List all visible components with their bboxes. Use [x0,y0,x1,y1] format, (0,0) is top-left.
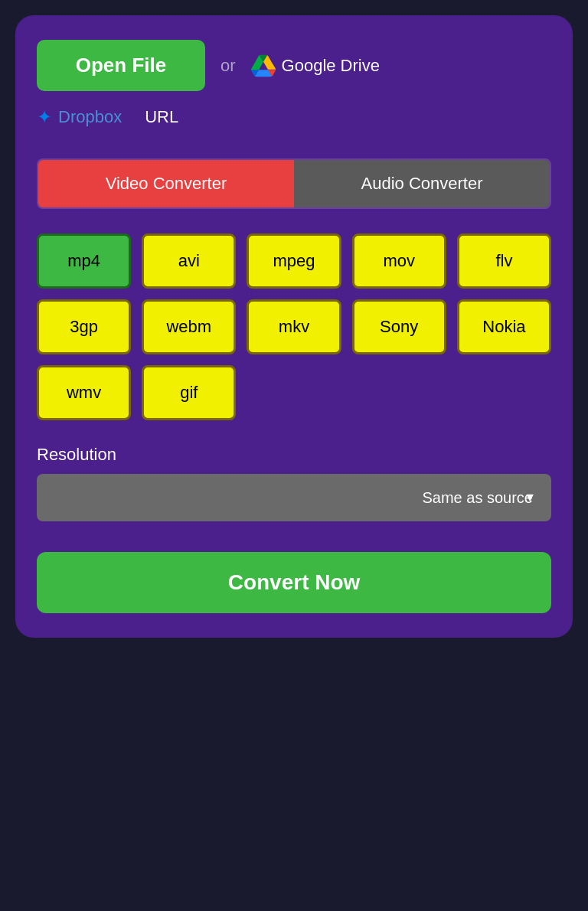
resolution-wrapper: Same as source1080p720p480p360p240p [37,474,551,521]
google-drive-label: Google Drive [282,56,380,76]
format-btn-3gp[interactable]: 3gp [37,299,131,354]
tabs-container: Video Converter Audio Converter [37,158,551,209]
url-link[interactable]: URL [145,107,178,127]
format-btn-sony[interactable]: Sony [352,299,446,354]
google-drive-icon [251,54,276,78]
format-btn-gif[interactable]: gif [142,365,236,420]
or-text: or [220,56,236,76]
tab-video[interactable]: Video Converter [38,160,294,207]
format-btn-mov[interactable]: mov [352,233,446,289]
header-row: Open File or Google Drive [37,40,551,91]
tab-audio[interactable]: Audio Converter [294,160,550,207]
convert-button[interactable]: Convert Now [37,552,551,613]
format-btn-flv[interactable]: flv [457,233,551,289]
url-label: URL [145,107,178,126]
second-row: ✦ Dropbox URL [37,106,551,128]
resolution-section: Resolution Same as source1080p720p480p36… [37,445,551,521]
format-btn-mpeg[interactable]: mpeg [247,233,341,289]
format-btn-nokia[interactable]: Nokia [457,299,551,354]
google-drive-link[interactable]: Google Drive [251,54,380,78]
open-file-button[interactable]: Open File [37,40,205,91]
dropbox-icon: ✦ [37,106,52,128]
resolution-select[interactable]: Same as source1080p720p480p360p240p [37,474,551,521]
format-grid: mp4avimpegmovflv3gpwebmmkvSonyNokiawmvgi… [37,233,551,420]
dropbox-link[interactable]: ✦ Dropbox [37,106,122,128]
format-btn-mkv[interactable]: mkv [247,299,341,354]
format-btn-avi[interactable]: avi [142,233,236,289]
format-btn-wmv[interactable]: wmv [37,365,131,420]
app-container: Open File or Google Drive ✦ Dropbox URL … [15,15,573,638]
format-btn-webm[interactable]: webm [142,299,236,354]
resolution-label: Resolution [37,445,551,465]
dropbox-label: Dropbox [58,107,122,127]
format-btn-mp4[interactable]: mp4 [37,233,131,289]
